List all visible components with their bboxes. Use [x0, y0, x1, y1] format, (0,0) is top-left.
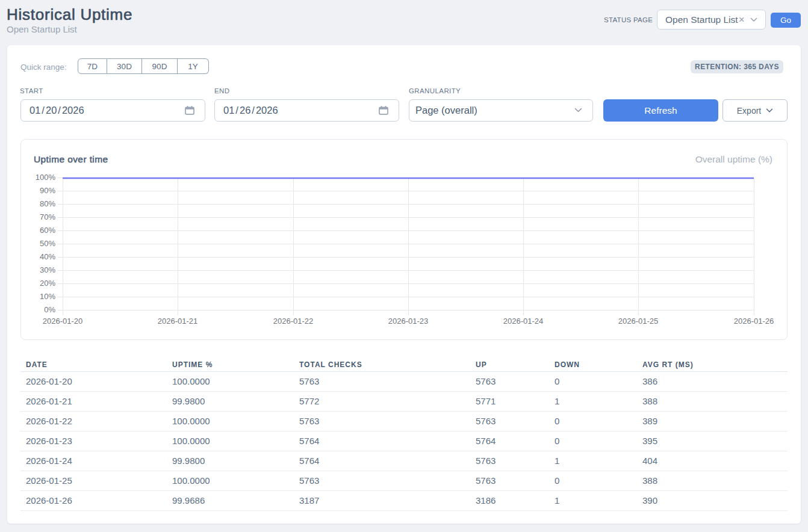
svg-text:10%: 10%: [40, 292, 55, 301]
svg-text:20%: 20%: [40, 279, 55, 288]
svg-text:2026-01-26: 2026-01-26: [734, 317, 774, 326]
svg-text:0%: 0%: [44, 305, 55, 314]
svg-text:90%: 90%: [40, 186, 55, 195]
svg-text:2026-01-22: 2026-01-22: [273, 317, 314, 326]
svg-text:100%: 100%: [36, 173, 56, 182]
svg-text:2026-01-24: 2026-01-24: [503, 317, 544, 326]
svg-text:60%: 60%: [40, 226, 55, 235]
svg-text:2026-01-25: 2026-01-25: [618, 317, 659, 326]
svg-text:40%: 40%: [40, 252, 55, 261]
svg-text:70%: 70%: [40, 212, 55, 221]
svg-text:80%: 80%: [40, 199, 55, 208]
svg-text:2026-01-23: 2026-01-23: [388, 317, 429, 326]
svg-text:2026-01-20: 2026-01-20: [43, 317, 83, 326]
svg-text:2026-01-21: 2026-01-21: [158, 317, 198, 326]
svg-text:30%: 30%: [40, 265, 55, 274]
svg-text:50%: 50%: [40, 239, 55, 248]
